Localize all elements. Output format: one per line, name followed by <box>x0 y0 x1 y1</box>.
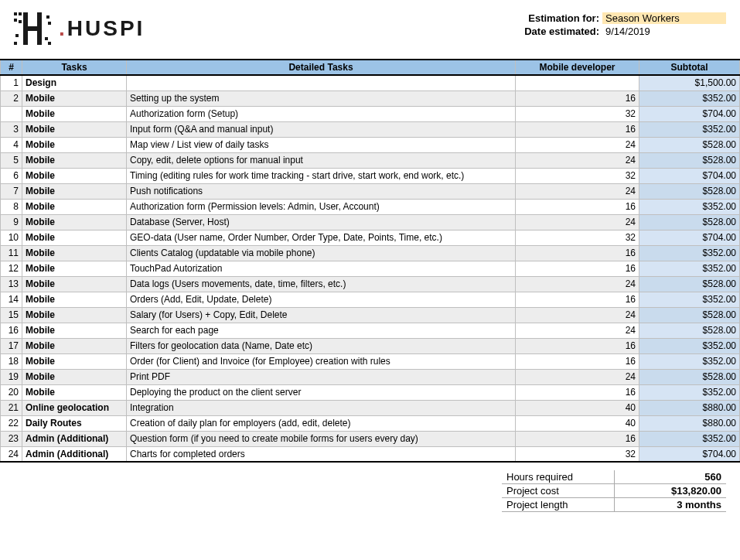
row-sub: $528.00 <box>639 323 740 338</box>
row-num: 20 <box>1 384 22 400</box>
table-row: 22Daily RoutesCreation of daily plan for… <box>1 415 740 431</box>
row-dev: 24 <box>516 214 639 230</box>
row-sub: $352.00 <box>639 199 740 214</box>
row-task: Mobile <box>22 168 127 183</box>
row-task: Mobile <box>22 292 127 307</box>
row-task: Mobile <box>22 214 127 230</box>
table-row: 16MobileSearch for each page24$528.00 <box>1 323 740 338</box>
row-detail: Salary (for Users) + Copy, Edit, Delete <box>127 307 516 323</box>
row-sub: $352.00 <box>639 245 740 261</box>
row-task: Mobile <box>22 369 127 384</box>
estimation-for-label: Estimation for: <box>510 12 602 24</box>
row-task: Mobile <box>22 323 127 338</box>
row-task: Admin (Additional) <box>22 431 127 446</box>
header-num: # <box>1 60 22 75</box>
row-sub: $528.00 <box>639 214 740 230</box>
row-dev: 16 <box>516 338 639 353</box>
row-num: 21 <box>1 400 22 415</box>
row-dev: 40 <box>516 415 639 431</box>
table-row: 9MobileDatabase (Server, Host)24$528.00 <box>1 214 740 230</box>
row-detail: Integration <box>127 400 516 415</box>
row-sub: $352.00 <box>639 338 740 353</box>
row-sub: $880.00 <box>639 415 740 431</box>
row-num: 13 <box>1 276 22 292</box>
row-detail: Creation of daily plan for employers (ad… <box>127 415 516 431</box>
row-detail <box>127 75 516 90</box>
row-num: 10 <box>1 230 22 245</box>
table-row: 1Design$1,500.00 <box>1 75 740 90</box>
row-dev: 16 <box>516 261 639 276</box>
svg-rect-11 <box>14 42 17 45</box>
row-num: 17 <box>1 338 22 353</box>
row-sub: $528.00 <box>639 137 740 152</box>
table-row: 15MobileSalary (for Users) + Copy, Edit,… <box>1 307 740 323</box>
row-sub: $704.00 <box>639 446 740 462</box>
row-task: Mobile <box>22 121 127 137</box>
row-sub: $1,500.00 <box>639 75 740 90</box>
row-task: Mobile <box>22 245 127 261</box>
svg-rect-8 <box>48 22 51 25</box>
table-row: 21Online geolocationIntegration40$880.00 <box>1 400 740 415</box>
row-num: 16 <box>1 323 22 338</box>
row-sub: $528.00 <box>639 307 740 323</box>
row-detail: Map view / List view of daily tasks <box>127 137 516 152</box>
row-sub: $528.00 <box>639 152 740 168</box>
cost-value: $13,820.00 <box>614 484 726 498</box>
row-dev: 40 <box>516 400 639 415</box>
date-estimated-value: 9/14/2019 <box>602 26 726 37</box>
header: .HUSPI Estimation for: Season Workers Da… <box>0 0 740 54</box>
row-task: Mobile <box>22 90 127 106</box>
row-dev: 24 <box>516 137 639 152</box>
row-detail: Authorization form (Setup) <box>127 106 516 121</box>
row-num: 19 <box>1 369 22 384</box>
summary-cost-row: Project cost $13,820.00 <box>502 484 726 498</box>
estimation-table: # Tasks Detailed Tasks Mobile developer … <box>0 59 740 463</box>
row-detail: GEO-data (User name, Order Number, Order… <box>127 230 516 245</box>
svg-rect-0 <box>14 12 17 15</box>
row-sub: $352.00 <box>639 353 740 369</box>
row-dev: 16 <box>516 121 639 137</box>
svg-rect-5 <box>14 19 17 22</box>
table-row: 12MobileTouchPad Autorization16$352.00 <box>1 261 740 276</box>
row-num: 15 <box>1 307 22 323</box>
length-value: 3 months <box>614 498 726 512</box>
table-header-row: # Tasks Detailed Tasks Mobile developer … <box>1 60 740 75</box>
row-num: 3 <box>1 121 22 137</box>
row-sub: $528.00 <box>639 369 740 384</box>
cost-label: Project cost <box>502 484 614 498</box>
svg-rect-12 <box>48 42 51 45</box>
row-detail: Orders (Add, Edit, Update, Delete) <box>127 292 516 307</box>
row-num: 4 <box>1 137 22 152</box>
table-row: 11MobileClients Catalog (updatable via m… <box>1 245 740 261</box>
row-sub: $352.00 <box>639 431 740 446</box>
row-num: 2 <box>1 90 22 106</box>
summary-length-row: Project length 3 months <box>502 498 726 512</box>
table-row: 4MobileMap view / List view of daily tas… <box>1 137 740 152</box>
hours-value: 560 <box>614 470 726 484</box>
row-task: Mobile <box>22 199 127 214</box>
row-dev: 32 <box>516 446 639 462</box>
row-task: Design <box>22 75 127 90</box>
table-row: 7MobilePush notifications24$528.00 <box>1 183 740 199</box>
row-dev: 16 <box>516 245 639 261</box>
row-task: Mobile <box>22 137 127 152</box>
row-detail: Database (Server, Host) <box>127 214 516 230</box>
header-dev: Mobile developer <box>516 60 639 75</box>
svg-rect-3 <box>37 12 42 45</box>
date-estimated-label: Date estimated: <box>510 26 602 37</box>
summary-hours-row: Hours required 560 <box>502 470 726 484</box>
row-detail: Search for each page <box>127 323 516 338</box>
row-task: Mobile <box>22 106 127 121</box>
row-dev: 16 <box>516 292 639 307</box>
table-row: 18MobileOrder (for Client) and Invoice (… <box>1 353 740 369</box>
row-task: Online geolocation <box>22 400 127 415</box>
row-dev: 16 <box>516 384 639 400</box>
row-task: Admin (Additional) <box>22 446 127 462</box>
row-task: Mobile <box>22 230 127 245</box>
row-sub: $352.00 <box>639 292 740 307</box>
row-detail: Timing (editing rules for work time trac… <box>127 168 516 183</box>
table-row: 23Admin (Additional)Question form (if yo… <box>1 431 740 446</box>
row-num <box>1 106 22 121</box>
row-detail: Push notifications <box>127 183 516 199</box>
header-sub: Subtotal <box>639 60 740 75</box>
